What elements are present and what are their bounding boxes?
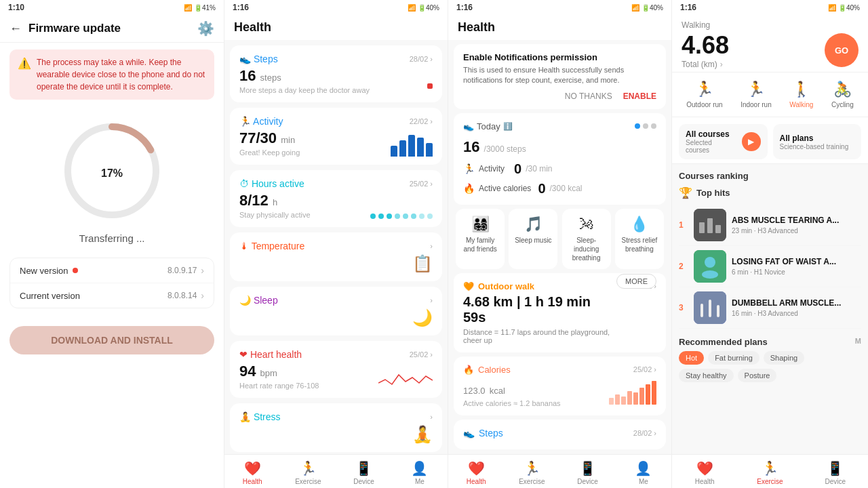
back-icon[interactable]: ← xyxy=(9,22,22,36)
svg-point-15 xyxy=(705,257,715,268)
nav-me-icon-2: 👤 xyxy=(411,460,428,476)
download-install-button[interactable]: DOWNLOAD AND INSTALL xyxy=(9,326,214,354)
heart-health-card[interactable]: ❤ Heart health 25/02 › 94 bpm Heart rate… xyxy=(230,341,442,398)
svg-rect-13 xyxy=(715,225,721,233)
nav-health-icon-4: ❤️ xyxy=(696,460,713,476)
nav-health-label-2: Health xyxy=(243,478,262,485)
tag-posture[interactable]: Posture xyxy=(738,369,777,382)
nav-me-2[interactable]: 👤 Me xyxy=(392,459,448,487)
svg-rect-4 xyxy=(621,396,626,405)
courses-plans-row: All courses Selected courses ▶ All plans… xyxy=(672,117,868,164)
calories-row: 🔥 Active calories 0 /300 kcal xyxy=(463,181,656,197)
nav-exercise-2[interactable]: 🏃 Exercise xyxy=(280,459,336,487)
steps-sub: More steps a day keep the doctor away xyxy=(239,86,370,94)
status-icons-2: 📶 🔋40% xyxy=(408,4,439,12)
category-stress-relief[interactable]: 💧 Stress relief breathing xyxy=(615,209,664,269)
course-rank-3: 3 xyxy=(679,303,688,312)
category-family[interactable]: 👨‍👩‍👧‍👦 My family and friends xyxy=(456,209,505,269)
sleep-breathing-icon: 🌬 xyxy=(579,216,594,233)
sleep-breathing-label: Sleep-inducing breathing xyxy=(568,236,606,262)
activity-date: 22/02 › xyxy=(410,117,433,125)
nav-device-2[interactable]: 📱 Device xyxy=(336,459,392,487)
nav-health-2[interactable]: ❤️ Health xyxy=(224,459,280,487)
health-cards-scroll[interactable]: 👟 Steps 28/02 › 16 steps More steps a da… xyxy=(224,40,448,454)
tag-shaping[interactable]: Shaping xyxy=(764,351,804,365)
walking-item[interactable]: 🚶 Walking xyxy=(789,81,813,108)
all-courses-sub: Selected courses xyxy=(686,139,736,154)
dot-inactive-1 xyxy=(643,123,648,129)
sleep-card[interactable]: 🌙 Sleep › 🌙 xyxy=(230,287,442,336)
temperature-card[interactable]: 🌡 Temperature › 📋 xyxy=(230,232,442,281)
nav-exercise-3[interactable]: 🏃 Exercise xyxy=(504,459,559,487)
all-plans-label: All plans xyxy=(780,134,849,143)
nav-health-4[interactable]: ❤️ Health xyxy=(672,459,737,487)
nav-health-3[interactable]: ❤️ Health xyxy=(448,459,504,487)
all-plans-box[interactable]: All plans Science-based training xyxy=(773,124,862,159)
indoor-run-item[interactable]: 🏃 Indoor run xyxy=(741,81,772,108)
status-time-3: 1:16 xyxy=(456,3,473,12)
stress-relief-icon: 💧 xyxy=(630,216,648,233)
steps-section-card[interactable]: 👟 Steps 28/02 › xyxy=(454,420,666,449)
steps-value: 16 steps xyxy=(239,67,370,85)
nav-exercise-4[interactable]: 🏃 Exercise xyxy=(737,459,802,487)
course-thumb-3 xyxy=(694,291,726,324)
course-item-3[interactable]: 3 DUMBBELL ARM MUSCLE... 16 min · H3 Adv… xyxy=(679,287,861,329)
health-detail-bottom-nav: ❤️ Health 🏃 Exercise 📱 Device 👤 Me xyxy=(448,454,671,488)
new-version-item[interactable]: New version 8.0.9.17 › xyxy=(10,258,214,283)
stress-card[interactable]: 🧘 Stress › 🧘 xyxy=(230,403,442,452)
plan-tags-row: Hot Fat burning Shaping Stay healthy Pos… xyxy=(679,351,861,382)
family-icon: 👨‍👩‍👧‍👦 xyxy=(471,216,490,233)
nav-me-3[interactable]: 👤 Me xyxy=(616,459,671,487)
course-item-1[interactable]: 1 ABS MUSCLE TEARING A... 23 min · H3 Ad… xyxy=(679,205,861,246)
today-dots xyxy=(635,123,656,129)
tag-stay-healthy[interactable]: Stay healthy xyxy=(679,369,734,382)
health-detail-scroll[interactable]: Enable Notifications permission This is … xyxy=(448,40,671,454)
svg-rect-9 xyxy=(652,381,656,405)
nav-exercise-label-4: Exercise xyxy=(757,478,783,485)
info-icon: ℹ️ xyxy=(503,122,513,131)
go-button[interactable]: GO xyxy=(825,33,859,67)
nav-device-3[interactable]: 📱 Device xyxy=(560,459,616,487)
course-rank-2: 2 xyxy=(679,262,688,271)
hours-title: ⏱ Hours active xyxy=(239,178,304,189)
walking-value: 4.68 xyxy=(682,31,729,60)
tag-hot[interactable]: Hot xyxy=(679,351,704,365)
temp-date: › xyxy=(430,242,433,250)
category-sleep-breathing[interactable]: 🌬 Sleep-inducing breathing xyxy=(562,209,611,269)
outdoor-run-item[interactable]: 🏃 Outdoor run xyxy=(686,81,722,108)
nav-exercise-icon-3: 🏃 xyxy=(524,460,540,476)
progress-circle: 17% xyxy=(61,120,163,222)
course-item-2[interactable]: 2 LOSING FAT OF WAIST A... 6 min · H1 No… xyxy=(679,246,861,287)
status-icons-1: 📶 🔋41% xyxy=(184,4,216,12)
svg-rect-12 xyxy=(707,218,713,233)
cycling-item[interactable]: 🚴 Cycling xyxy=(831,81,854,108)
today-activity-goal: /30 min xyxy=(526,164,552,174)
today-section: 👟 Today ℹ️ 16 /3000 steps 🏃 Activi xyxy=(454,113,666,205)
status-time-4: 1:16 xyxy=(680,3,696,12)
hours-active-card[interactable]: ⏱ Hours active 25/02 › 8/12 h Stay physi… xyxy=(230,170,442,227)
svg-rect-8 xyxy=(646,384,650,405)
category-sleep-music[interactable]: 🎵 Sleep music xyxy=(509,209,557,269)
steps-card[interactable]: 👟 Steps 28/02 › 16 steps More steps a da… xyxy=(230,45,442,102)
notif-enable-button[interactable]: ENABLE xyxy=(623,92,656,101)
all-courses-box[interactable]: All courses Selected courses ▶ xyxy=(679,124,768,159)
current-version-item[interactable]: Current version 8.0.8.14 › xyxy=(10,283,214,308)
warning-banner: ⚠️ The process may take a while. Keep th… xyxy=(9,49,214,100)
nav-device-label-4: Device xyxy=(825,478,846,485)
steps-section-date: 28/02 › xyxy=(633,429,656,437)
activity-bar-chart xyxy=(391,129,433,157)
calories-label-small: Active calories xyxy=(479,184,531,193)
play-courses-button[interactable]: ▶ xyxy=(742,132,760,151)
gear-icon[interactable]: ⚙️ xyxy=(197,20,214,37)
chevron-total-icon: › xyxy=(720,60,723,69)
calories-section-card[interactable]: 🔥 Calories 25/02 › 123.0 kcal Active cal… xyxy=(454,357,666,415)
nav-device-label-3: Device xyxy=(577,478,598,485)
activity-card[interactable]: 🏃 Activity 22/02 › 77/30 min Great! Keep… xyxy=(230,108,442,165)
exercise-scroll[interactable]: Courses ranking 🏆 Top hits 1 ABS MU xyxy=(672,164,868,454)
notif-no-thanks-button[interactable]: NO THANKS xyxy=(565,92,612,101)
more-button[interactable]: MORE xyxy=(616,274,656,289)
nav-device-4[interactable]: 📱 Device xyxy=(803,459,868,487)
exercise-panel: 1:16 📶 🔋40% Walking 4.68 Total (km) › GO… xyxy=(671,0,868,488)
tag-fat-burning[interactable]: Fat burning xyxy=(708,351,760,365)
sleep-date: › xyxy=(430,296,433,304)
